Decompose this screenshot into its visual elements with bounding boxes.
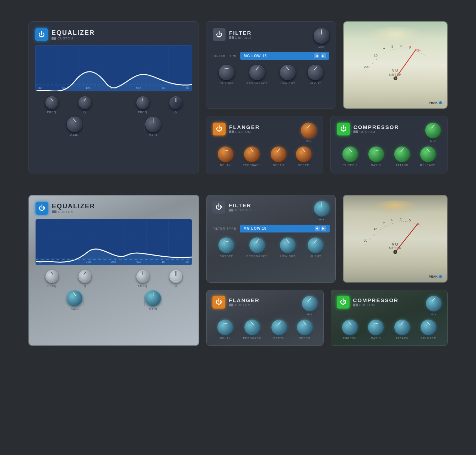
filter-lowcut-knob-bottom[interactable]: [280, 237, 296, 253]
filter-lowcut-label-top: LOW CUT: [280, 82, 296, 85]
eq-freq2-knob-bottom[interactable]: [136, 270, 149, 283]
compressor-release-label-top: RELEASE: [420, 164, 436, 167]
filter-header-top: ⏻ FILTER DEFAULT: [213, 28, 252, 41]
flanger-power-button-top[interactable]: ⏻: [213, 123, 226, 135]
eq-header-top: ⏻ EQUALIZER CUSTOM: [35, 28, 192, 41]
compressor-thresh-knob-bottom[interactable]: [342, 320, 358, 335]
eq-gain2-knob-bottom[interactable]: [145, 290, 161, 306]
compressor-release-knob-bottom[interactable]: [421, 320, 436, 335]
top-right-panels: ⏻ FILTER DEFAULT MIX: [206, 21, 448, 173]
eq-q1-knob-top[interactable]: [79, 96, 91, 109]
compressor-ratio-knob-top[interactable]: [368, 146, 384, 162]
vu-peak-top[interactable]: PEAK: [429, 101, 442, 105]
eq-power-button-bottom[interactable]: ⏻: [36, 202, 48, 215]
filter-type-row-top: FILTER TYPE MG LOW 18 ◀ ▶: [213, 52, 329, 60]
compressor-power-button-bottom[interactable]: ⏻: [337, 296, 350, 309]
filter-knobs-top: CUTOFF RESONANCE LOW CUT HI CUT: [213, 65, 329, 85]
compressor-ratio-knob-bottom[interactable]: [368, 320, 384, 335]
compressor-ratio-label-bottom: RATIO: [371, 337, 381, 340]
filter-cutoff-knob-bottom[interactable]: [218, 237, 234, 253]
eq-gain1-knob-top[interactable]: [67, 117, 82, 132]
flanger-knobs-bottom: DELAY FEEDBACK DEPTH SPEED: [212, 320, 317, 340]
filter-mix-knob-bottom[interactable]: [314, 201, 330, 216]
filter-resonance-knob-top[interactable]: [249, 65, 265, 80]
filter-power-button-bottom[interactable]: ⏻: [212, 201, 225, 214]
filter-hicut-label-top: HI CUT: [309, 82, 321, 85]
filter-hicut-knob-top[interactable]: [308, 65, 323, 80]
compressor-mix-knob-bottom[interactable]: [426, 296, 442, 311]
filter-next-arrow-bottom[interactable]: ▶: [321, 226, 326, 231]
eq-q1-knob-bottom[interactable]: [79, 270, 91, 283]
filter-prev-arrow-bottom[interactable]: ◀: [315, 226, 320, 231]
compressor-knobs-top: THRESH RATIO ATTACK RELEASE: [337, 146, 441, 167]
svg-point-33: [368, 200, 422, 220]
eq-q2-knob-top[interactable]: [169, 96, 182, 109]
filter-lowcut-knob-top[interactable]: [280, 65, 296, 80]
svg-text:VU: VU: [392, 68, 399, 73]
flanger-mix-label-top: MIX: [305, 140, 312, 143]
flanger-power-button-bottom[interactable]: ⏻: [212, 296, 225, 309]
filter-hicut-knob-bottom[interactable]: [308, 237, 323, 253]
filter-mix-label-bottom: MIX: [319, 218, 325, 221]
flanger-panel-bottom: ⏻ FLANGER CUSTOM MIX: [206, 290, 323, 346]
eq-gain1-label-bottom: GAIN: [71, 307, 79, 311]
flanger-delay-knob-top[interactable]: [218, 146, 233, 162]
flanger-header-bottom: ⏻ FLANGER CUSTOM MIX: [212, 296, 317, 316]
bottom-right-panels: ⏻ FILTER DEFAULT MIX: [206, 195, 448, 346]
eq-gain1-knob-bottom[interactable]: [67, 290, 82, 306]
filter-mix-knob-top[interactable]: [314, 28, 329, 44]
eq-title-top: EQUALIZER: [52, 29, 95, 37]
filter-resonance-knob-bottom[interactable]: [249, 237, 265, 253]
eq-freq2-label-top: FREQ: [138, 111, 147, 114]
filter-lowcut-label-bottom: LOW CUT: [280, 255, 296, 258]
compressor-title-top: COMPRESSOR: [353, 124, 399, 130]
vu-panel-bottom: 20 10 7 5 3 0 3+ VU METER PEAK: [343, 195, 448, 283]
filter-type-selector-top[interactable]: MG LOW 18 ◀ ▶: [240, 52, 329, 60]
compressor-subtitle-top: CUSTOM: [353, 130, 399, 134]
filter-type-label-top: FILTER TYPE: [213, 54, 237, 58]
compressor-release-label-bottom: RELEASE: [421, 337, 436, 340]
flanger-speed-knob-top[interactable]: [296, 146, 312, 162]
eq-freq1-knob-top[interactable]: [45, 96, 58, 109]
flanger-feedback-knob-top[interactable]: [244, 146, 260, 162]
compressor-thresh-knob-top[interactable]: [342, 146, 358, 162]
flanger-mix-knob-top[interactable]: [301, 123, 317, 138]
flanger-delay-label-top: DELAY: [220, 164, 231, 167]
compressor-ratio-label-top: RATIO: [371, 164, 381, 167]
flanger-feedback-knob-bottom[interactable]: [244, 320, 260, 335]
eq-q2-knob-bottom[interactable]: [169, 270, 182, 283]
eq-knobs-row1-top: FREQ Q FREQ Q: [35, 96, 192, 114]
filter-prev-arrow-top[interactable]: ◀: [314, 53, 319, 58]
flanger-speed-knob-bottom[interactable]: [297, 320, 313, 335]
svg-point-20: [395, 77, 396, 79]
filter-title-bottom: FILTER: [229, 202, 251, 208]
compressor-release-knob-top[interactable]: [420, 146, 436, 162]
filter-vu-row-bottom: ⏻ FILTER DEFAULT MIX: [206, 195, 448, 283]
flanger-comp-row-bottom: ⏻ FLANGER CUSTOM MIX: [206, 290, 448, 346]
compressor-mix-knob-top[interactable]: [425, 123, 441, 138]
filter-next-arrow-top[interactable]: ▶: [321, 53, 326, 58]
svg-text:0: 0: [409, 218, 410, 222]
eq-power-button-top[interactable]: ⏻: [35, 28, 48, 41]
filter-cutoff-knob-top[interactable]: [219, 65, 234, 80]
compressor-attack-knob-top[interactable]: [394, 146, 410, 162]
eq-freq2-knob-top[interactable]: [136, 96, 149, 109]
compressor-attack-knob-bottom[interactable]: [394, 320, 410, 335]
compressor-attack-label-top: ATTACK: [395, 164, 408, 167]
flanger-delay-knob-bottom[interactable]: [217, 320, 233, 335]
filter-type-value-top: MG LOW 18: [244, 54, 267, 58]
eq-freq1-knob-bottom[interactable]: [45, 270, 58, 283]
flanger-mix-knob-bottom[interactable]: [302, 296, 318, 311]
eq-q2-label-top: Q: [174, 111, 177, 114]
svg-text:10: 10: [373, 227, 377, 231]
filter-type-selector-bottom[interactable]: MG LOW 18 ◀ ▶: [240, 225, 329, 232]
vu-peak-bottom[interactable]: PEAK: [429, 275, 442, 278]
compressor-title-bottom: COMPRESSOR: [353, 297, 399, 303]
flanger-speed-label-bottom: SPEED: [299, 337, 310, 340]
eq-gain2-knob-top[interactable]: [145, 117, 161, 132]
compressor-power-button-top[interactable]: ⏻: [337, 123, 350, 135]
filter-power-button-top[interactable]: ⏻: [213, 28, 226, 41]
flanger-depth-knob-bottom[interactable]: [271, 320, 287, 335]
eq-subtitle-bottom: CUSTOM: [52, 210, 95, 214]
flanger-depth-knob-top[interactable]: [271, 146, 286, 162]
